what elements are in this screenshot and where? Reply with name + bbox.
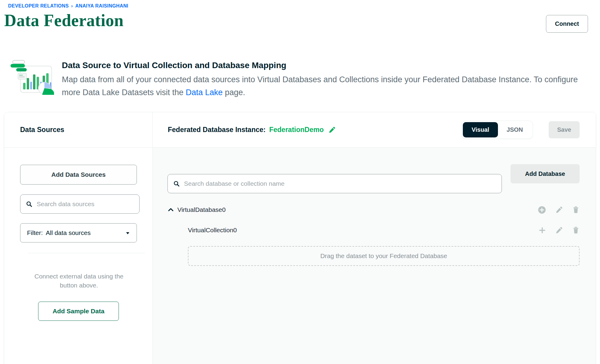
- add-database-button[interactable]: Add Database: [511, 164, 580, 183]
- add-sample-data-button[interactable]: Add Sample Data: [38, 302, 119, 321]
- federated-instance-body: Add Database VirtualDatabase0: [153, 148, 596, 364]
- dropzone-text: Drag the dataset to your Federated Datab…: [320, 252, 447, 260]
- view-mode-toggle: Visual JSON: [461, 121, 533, 139]
- data-sources-search: [20, 194, 140, 214]
- add-data-sources-button[interactable]: Add Data Sources: [20, 165, 137, 185]
- save-button[interactable]: Save: [549, 121, 580, 138]
- instance-label: Federated Database Instance:: [168, 126, 266, 134]
- intro-section: Data Source to Virtual Collection and Da…: [9, 59, 591, 99]
- left-panel-divider: [28, 253, 145, 253]
- database-row-actions: [538, 206, 580, 214]
- add-collection-plus-circle-icon[interactable]: [538, 206, 546, 214]
- filter-dropdown[interactable]: Filter: All data sources: [20, 223, 137, 242]
- breadcrumb-user-link[interactable]: ANAIYA RAISINGHANI: [75, 3, 128, 9]
- federated-instance-panel: Federated Database Instance: FederationD…: [153, 112, 596, 364]
- federation-mapping-card: Data Sources Add Data Sources Filter: Al…: [4, 112, 596, 364]
- federated-instance-header: Federated Database Instance: FederationD…: [153, 112, 596, 148]
- filter-label: Filter:: [27, 229, 43, 236]
- data-sources-search-input[interactable]: [20, 194, 140, 214]
- toggle-json-button[interactable]: JSON: [498, 122, 532, 137]
- intro-desc-text: Map data from all of your connected data…: [62, 75, 578, 97]
- charts-illustration-icon: [9, 59, 54, 99]
- dataset-dropzone[interactable]: Drag the dataset to your Federated Datab…: [188, 246, 580, 266]
- data-sources-title: Data Sources: [4, 126, 64, 134]
- breadcrumb-separator: ›: [71, 3, 73, 9]
- edit-pencil-icon[interactable]: [555, 206, 563, 214]
- search-icon: [26, 201, 32, 207]
- database-search: [167, 174, 502, 193]
- data-sources-panel: Data Sources Add Data Sources Filter: Al…: [4, 112, 153, 364]
- search-icon: [173, 180, 180, 187]
- virtual-collection-row: VirtualCollection0: [167, 222, 580, 238]
- instance-name: FederationDemo: [269, 126, 324, 134]
- intro-description: Map data from all of your connected data…: [62, 73, 584, 99]
- page-title: Data Federation: [4, 11, 124, 30]
- intro-text: Data Source to Virtual Collection and Da…: [62, 59, 584, 99]
- connect-button[interactable]: Connect: [546, 15, 588, 33]
- collection-row-actions: [538, 227, 580, 234]
- add-plus-icon[interactable]: [538, 227, 546, 234]
- breadcrumb: DEVELOPER RELATIONS › ANAIYA RAISINGHANI: [8, 3, 128, 9]
- virtual-database-name: VirtualDatabase0: [177, 206, 226, 213]
- toggle-visual-button[interactable]: Visual: [463, 122, 498, 137]
- breadcrumb-project-link[interactable]: DEVELOPER RELATIONS: [8, 3, 69, 9]
- virtual-collection-name: VirtualCollection0: [188, 227, 237, 234]
- virtual-database-row: VirtualDatabase0: [167, 202, 580, 218]
- database-search-input[interactable]: [167, 174, 502, 193]
- intro-desc-tail: page.: [223, 88, 245, 97]
- data-lake-link[interactable]: Data Lake: [186, 88, 223, 97]
- edit-pencil-icon[interactable]: [555, 227, 563, 234]
- database-toolbar: Add Database: [167, 164, 580, 193]
- edit-instance-name-pencil-icon[interactable]: [328, 126, 336, 134]
- connect-hint-text: Connect external data using the button a…: [25, 272, 133, 290]
- trash-icon[interactable]: [572, 206, 580, 214]
- caret-down-icon: [125, 231, 130, 235]
- data-sources-body: Add Data Sources Filter: All data source…: [4, 148, 152, 364]
- intro-title: Data Source to Virtual Collection and Da…: [62, 61, 584, 70]
- chevron-up-icon[interactable]: [167, 206, 174, 213]
- trash-icon[interactable]: [572, 227, 580, 234]
- data-sources-header: Data Sources: [4, 112, 152, 148]
- filter-value: All data sources: [46, 229, 91, 236]
